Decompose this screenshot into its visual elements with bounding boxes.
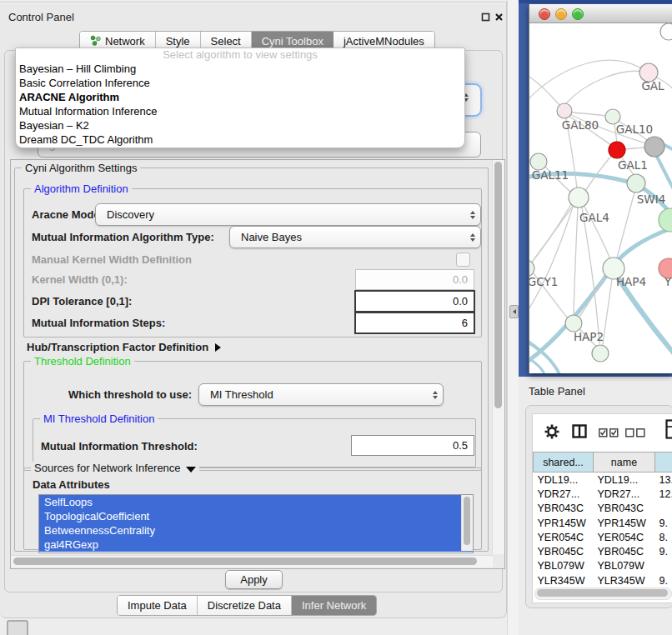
which-threshold-combo[interactable]: MI Threshold xyxy=(198,383,444,406)
gear-icon[interactable] xyxy=(544,423,560,442)
combo-arrows-icon xyxy=(465,211,480,219)
table-row[interactable]: YDL19...YDL19...13... xyxy=(534,472,672,488)
algorithm-option[interactable]: Bayesian – Hill Climbing xyxy=(16,62,464,76)
apply-button[interactable]: Apply xyxy=(225,570,283,589)
node-label-swi4: SWI4 xyxy=(637,192,666,206)
table-cell: YPR145W xyxy=(594,516,655,530)
algorithm-definition-group: Algorithm Definition Aracne Mode: Discov… xyxy=(23,188,482,338)
hub-definition-toggle[interactable]: Hub/Transcription Factor Definition xyxy=(27,341,221,353)
settings-horizontal-scrollbar[interactable] xyxy=(11,555,493,568)
minimize-traffic-light[interactable] xyxy=(555,8,567,20)
splitter-handle[interactable] xyxy=(509,305,519,318)
column-header[interactable]: name xyxy=(594,452,655,472)
network-edge xyxy=(656,155,672,197)
attribute-item[interactable]: TopologicalCoefficient xyxy=(39,509,473,523)
tab-label: Discretize Data xyxy=(208,599,281,612)
settings-vertical-scrollbar[interactable] xyxy=(492,160,504,554)
cyni-settings-scrollpane: Cyni Algorithm Settings Algorithm Defini… xyxy=(10,159,505,569)
aracne-mode-combo[interactable]: Discovery xyxy=(95,203,481,226)
mi-steps-label: Mutual Information Steps: xyxy=(32,317,165,329)
zoom-traffic-light[interactable] xyxy=(572,8,584,20)
node-gal1[interactable] xyxy=(609,142,625,158)
scrollbar-thumb[interactable] xyxy=(13,558,477,565)
tab-infer-network[interactable]: Infer Network xyxy=(292,596,376,615)
table-cell: YBR043C xyxy=(594,502,655,516)
attribute-item[interactable]: BetweennessCentrality xyxy=(39,523,473,538)
node-top-partial[interactable] xyxy=(660,23,672,40)
table-row[interactable]: YBL079WYBL079W xyxy=(534,559,672,573)
table-row[interactable]: YBR043CYBR043C xyxy=(534,502,672,516)
network-window-titlebar[interactable] xyxy=(529,4,672,23)
scrollbar-thumb[interactable] xyxy=(494,162,502,408)
mi-steps-field[interactable]: 6 xyxy=(354,312,475,334)
tab-impute-data[interactable]: Impute Data xyxy=(118,596,198,615)
sources-legend[interactable]: Sources for Network Inference xyxy=(31,462,199,474)
table-horizontal-scrollbar[interactable] xyxy=(534,588,672,600)
algorithm-option[interactable]: Mutual Information Inference xyxy=(16,104,464,118)
tab-label: jActiveMNodules xyxy=(344,35,424,48)
node-label-gcy1: GCY1 xyxy=(529,275,558,288)
node-swi4[interactable] xyxy=(659,208,672,232)
table-row[interactable]: YER054CYER054C8. xyxy=(534,530,672,544)
scrollbar-thumb[interactable] xyxy=(537,589,668,597)
table-cell: YBR045C xyxy=(534,544,594,558)
scrollbar-thumb[interactable] xyxy=(464,497,470,545)
split-columns-icon[interactable] xyxy=(572,424,587,441)
mi-type-label: Mutual Information Algorithm Type: xyxy=(32,231,214,243)
table-row[interactable]: YBR045CYBR045C9. xyxy=(534,544,672,558)
table-row[interactable]: YPR145WYPR145W9. xyxy=(534,516,672,530)
table-cell: YPR145W xyxy=(534,516,594,530)
checked-boxes-icon[interactable] xyxy=(599,428,619,440)
algorithm-option[interactable]: ARACNE Algorithm xyxy=(16,90,464,104)
node-gal4[interactable] xyxy=(569,188,589,208)
table-cell: YBL079W xyxy=(594,559,655,573)
close-icon[interactable] xyxy=(494,12,504,22)
node-label-hap4: HAP4 xyxy=(616,275,646,288)
network-edge xyxy=(529,204,571,272)
node-gal80[interactable] xyxy=(557,103,572,118)
node-label-gal: GAL xyxy=(641,79,664,92)
tab-discretize-data[interactable]: Discretize Data xyxy=(198,596,292,615)
table-cell: YLR345W xyxy=(534,573,594,588)
minimized-panel-icon[interactable] xyxy=(7,620,28,635)
table-cell: YBL079W xyxy=(534,559,594,573)
column-header[interactable] xyxy=(655,452,672,472)
mi-type-combo[interactable]: Naive Bayes xyxy=(229,226,481,248)
node-gal11[interactable] xyxy=(530,153,547,170)
network-edge xyxy=(603,279,612,344)
node-gray[interactable] xyxy=(644,137,664,157)
network-view-window: GALGAL80GAL10GAL1GAL11SWI4GAL4GCY1HAP4YH… xyxy=(529,4,672,373)
algorithm-option[interactable]: Dream8 DC_TDC Algorithm xyxy=(16,132,464,147)
mi-threshold-field[interactable]: 0.5 xyxy=(351,435,474,456)
table-cell: YDR27... xyxy=(594,487,655,501)
column-header[interactable]: shared... xyxy=(534,452,594,472)
mi-threshold-label: Mutual Information Threshold: xyxy=(41,440,198,452)
cyni-settings-legend: Cyni Algorithm Settings xyxy=(22,162,140,174)
node-hap2[interactable] xyxy=(565,315,582,332)
close-traffic-light[interactable] xyxy=(539,8,550,20)
table-file-icon[interactable] xyxy=(665,419,672,442)
attribute-item[interactable]: gal4RGexp xyxy=(39,538,473,552)
kernel-width-field[interactable]: 0.0 xyxy=(355,269,474,290)
table-row[interactable]: YLR345WYLR345W9. xyxy=(534,573,672,588)
algorithm-option[interactable]: Basic Correlation Inference xyxy=(16,76,464,90)
network-edge xyxy=(571,112,606,116)
attribute-item[interactable]: SelfLoops xyxy=(39,495,473,509)
network-edge xyxy=(566,71,643,103)
network-canvas[interactable]: GALGAL80GAL10GAL1GAL11SWI4GAL4GCY1HAP4YH… xyxy=(529,23,672,373)
mi-threshold-legend: MI Threshold Definition xyxy=(40,412,158,425)
node-green-1[interactable] xyxy=(627,174,645,192)
table-panel-inner: shared...name YDL19...YDL19...13...YDR27… xyxy=(532,413,672,603)
manual-kernel-label: Manual Kernel Width Definition xyxy=(32,253,192,266)
dpi-tolerance-field[interactable]: 0.0 xyxy=(354,290,475,312)
manual-kernel-checkbox[interactable] xyxy=(456,252,470,267)
table-row[interactable]: YDR27...YDR27...12... xyxy=(534,487,672,501)
unchecked-boxes-icon[interactable] xyxy=(625,428,645,440)
node-bottom[interactable] xyxy=(592,345,609,362)
tab-label: Infer Network xyxy=(302,599,366,612)
float-window-icon[interactable] xyxy=(480,12,491,22)
algorithm-option[interactable]: Bayesian – K2 xyxy=(16,118,464,132)
control-panel-window: Control Panel NetworkStyleSelectCyni Too… xyxy=(0,2,507,618)
node-label-hap2: HAP2 xyxy=(574,330,604,343)
list-scrollbar[interactable] xyxy=(461,495,473,551)
